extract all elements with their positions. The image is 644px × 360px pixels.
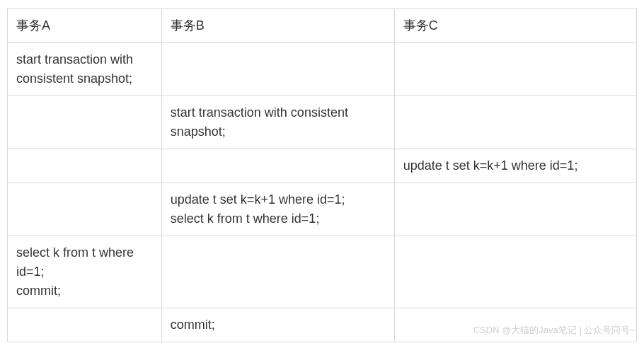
cell-a (8, 149, 162, 183)
table-row: start transaction with consistent snapsh… (8, 96, 637, 149)
transaction-table: 事务A 事务B 事务C start transaction with consi… (7, 8, 637, 342)
cell-b: update t set k=k+1 where id=1; select k … (161, 183, 394, 236)
document-wrapper: 事务A 事务B 事务C start transaction with consi… (7, 8, 637, 342)
cell-a (8, 183, 162, 236)
cell-c (394, 236, 636, 308)
cell-text: update t set k=k+1 where id=1; (403, 158, 578, 173)
cell-a (8, 308, 162, 342)
cell-b (161, 43, 394, 96)
header-label: 事务A (16, 18, 50, 33)
cell-c (394, 96, 636, 149)
table-header-row: 事务A 事务B 事务C (8, 9, 637, 43)
cell-text: commit; (171, 318, 215, 332)
header-label: 事务C (403, 18, 438, 33)
cell-a: select k from t where id=1; commit; (8, 236, 162, 308)
cell-text: update t set k=k+1 where id=1; select k … (171, 192, 345, 226)
table-row: update t set k=k+1 where id=1; (8, 149, 637, 183)
cell-text: start transaction with consistent snapsh… (171, 105, 352, 139)
cell-c (394, 43, 636, 96)
cell-c (394, 308, 636, 342)
table-row: select k from t where id=1; commit; (8, 236, 637, 308)
cell-c (394, 183, 636, 236)
table-row: commit; (8, 308, 637, 342)
cell-b: commit; (161, 308, 394, 342)
table-row: update t set k=k+1 where id=1; select k … (8, 183, 637, 236)
cell-c: update t set k=k+1 where id=1; (394, 149, 636, 183)
cell-b (161, 149, 394, 183)
cell-text: select k from t where id=1; commit; (16, 245, 137, 298)
header-cell-c: 事务C (394, 9, 636, 43)
header-cell-a: 事务A (8, 9, 162, 43)
header-cell-b: 事务B (161, 9, 394, 43)
cell-a (8, 96, 162, 149)
cell-b (161, 236, 394, 308)
cell-a: start transaction with consistent snapsh… (8, 43, 162, 96)
header-label: 事务B (171, 18, 205, 33)
cell-b: start transaction with consistent snapsh… (161, 96, 394, 149)
cell-text: start transaction with consistent snapsh… (16, 52, 137, 86)
table-row: start transaction with consistent snapsh… (8, 43, 637, 96)
